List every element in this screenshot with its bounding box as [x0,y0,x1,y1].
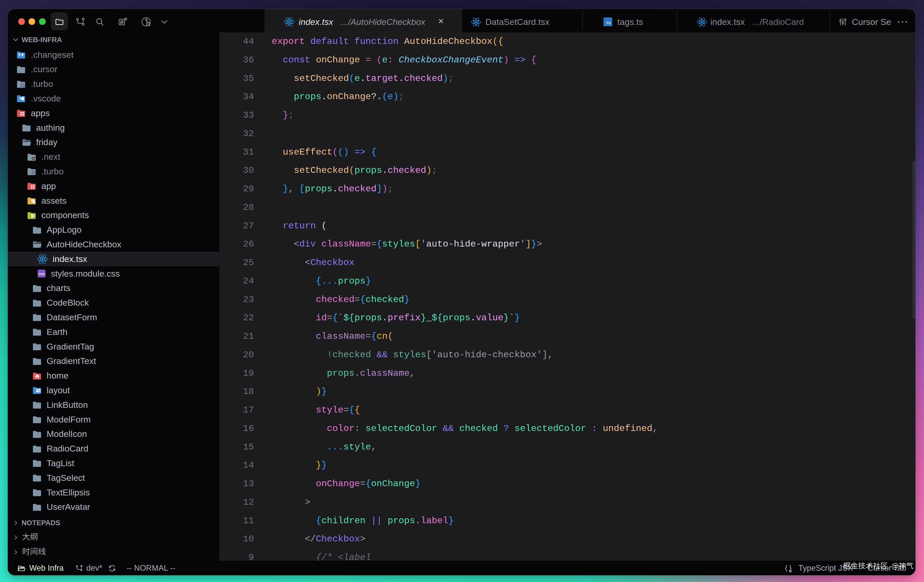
svg-text:TS: TS [606,21,611,25]
svg-text:CSS: CSS [38,272,45,275]
svg-text:N: N [32,157,34,160]
